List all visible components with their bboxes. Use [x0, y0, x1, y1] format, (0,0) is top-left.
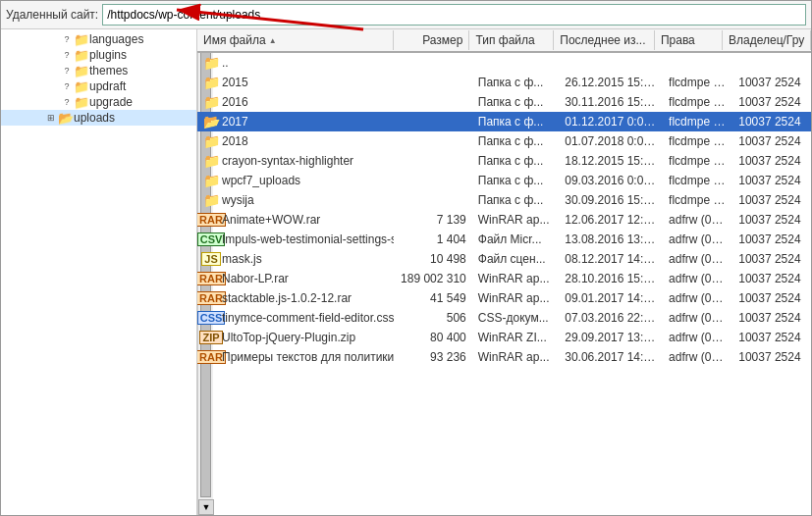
col-header-filename[interactable]: Имя файла ▲ — [197, 30, 394, 50]
cell-filename: 📁 2018 — [197, 133, 394, 149]
tree-item-languages[interactable]: ? 📁 languages — [1, 31, 196, 47]
tree-item-uploads[interactable]: ⊞ 📂 uploads — [1, 110, 196, 126]
expander-icon[interactable]: ⊞ — [44, 111, 58, 125]
table-row[interactable]: 📁 2015 Папка с ф... 26.12.2015 15:0... f… — [197, 73, 811, 92]
split-pane: ? 📁 languages ? 📁 plugins ? 📁 themes ? 📁 — [1, 29, 811, 515]
table-row[interactable]: 📂 2017 Папка с ф... 01.12.2017 0:00... f… — [197, 112, 811, 131]
cell-type: WinRAR ар... — [472, 349, 559, 365]
table-row[interactable]: 📁 wysija Папка с ф... 30.09.2016 15:0...… — [197, 190, 811, 210]
cell-type: WinRAR ар... — [472, 212, 559, 228]
table-row[interactable]: RAR Примеры текстов для политики конфиде… — [197, 347, 811, 367]
cell-type: Папка с ф... — [472, 114, 559, 129]
file-icon: 📁 — [203, 193, 219, 207]
cell-modified: 13.08.2016 13:4... — [559, 232, 663, 247]
folder-icon: 📁 — [74, 95, 89, 109]
cell-type: CSS-докум... — [472, 310, 559, 326]
cell-size: 7 139 — [394, 212, 472, 228]
cell-size: 93 236 — [394, 349, 472, 365]
file-icon: RAR — [203, 213, 219, 227]
col-header-size[interactable]: Размер — [394, 30, 469, 50]
cell-owner: 10037 2524 — [732, 114, 811, 129]
cell-type: WinRAR ар... — [472, 290, 559, 306]
cell-size: 189 002 310 — [394, 271, 472, 286]
table-row[interactable]: 📁 .. — [197, 53, 811, 73]
filename-text: 2018 — [222, 134, 248, 148]
table-row[interactable]: JS mask.js 10 498 Файл сцен... 08.12.201… — [197, 249, 811, 269]
cell-modified: 09.01.2017 14:5... — [559, 290, 663, 306]
cell-perms: adfrw (0644) — [663, 232, 732, 247]
cell-filename: JS mask.js — [197, 251, 394, 267]
expander-icon: ? — [60, 48, 74, 62]
cell-size: 10 498 — [394, 251, 472, 267]
file-icon: 📂 — [203, 115, 219, 129]
cell-size: 80 400 — [394, 330, 472, 345]
tree-item-label: upgrade — [89, 95, 133, 109]
cell-owner: 10037 2524 — [732, 349, 811, 365]
table-row[interactable]: 📁 2016 Папка с ф... 30.11.2016 15:0... f… — [197, 92, 811, 112]
folder-icon: 📁 — [74, 64, 89, 77]
col-header-modified[interactable]: Последнее из... — [554, 30, 655, 50]
filename-text: crayon-syntax-highlighter — [222, 154, 353, 168]
table-row[interactable]: 📁 crayon-syntax-highlighter Папка с ф...… — [197, 151, 811, 171]
cell-perms: adfrw (0644) — [663, 349, 732, 365]
cell-type: Файл Micr... — [472, 232, 559, 247]
cell-modified: 07.03.2016 22:0... — [559, 310, 663, 326]
cell-filename: 📁 2016 — [197, 94, 394, 110]
tree-panel[interactable]: ? 📁 languages ? 📁 plugins ? 📁 themes ? 📁 — [1, 29, 197, 515]
cell-owner: 10037 2524 — [732, 290, 811, 306]
tree-item-upgrade[interactable]: ? 📁 upgrade — [1, 94, 196, 110]
folder-open-icon: 📂 — [58, 111, 74, 125]
expander-icon: ? — [60, 79, 74, 93]
cell-filename: RAR stacktable.js-1.0.2-12.rar — [197, 290, 394, 306]
cell-type — [472, 62, 559, 64]
table-row[interactable]: RAR stacktable.js-1.0.2-12.rar 41 549 Wi… — [197, 288, 811, 308]
table-row[interactable]: 📁 wpcf7_uploads Папка с ф... 09.03.2016 … — [197, 171, 811, 190]
table-row[interactable]: ZIP UltoTop-jQuery-Plugin.zip 80 400 Win… — [197, 328, 811, 347]
cell-type: Папка с ф... — [472, 153, 559, 169]
cell-perms: adfrw (0644) — [663, 290, 732, 306]
table-row[interactable]: RAR Nabor-LP.rar 189 002 310 WinRAR ар..… — [197, 269, 811, 288]
cell-owner: 10037 2524 — [732, 212, 811, 228]
file-panel: Имя файла ▲ Размер Тип файла Последнее и… — [197, 29, 811, 515]
table-row[interactable]: CSV Impuls-web-testimonial-settings-set.… — [197, 230, 811, 249]
cell-owner: 10037 2524 — [732, 310, 811, 326]
cell-size — [394, 62, 472, 64]
cell-filename: 📁 wpcf7_uploads — [197, 173, 394, 188]
filename-text: Nabor-LP.rar — [222, 272, 289, 285]
col-header-owner[interactable]: Владелец/Гру — [723, 30, 811, 50]
file-icon: 📁 — [203, 134, 219, 148]
col-header-perms[interactable]: Права — [655, 30, 723, 50]
file-icon: ZIP — [203, 331, 219, 344]
tree-item-updraft[interactable]: ? 📁 updraft — [1, 78, 196, 94]
file-icon: 📁 — [203, 154, 219, 168]
tree-panel-wrapper: ? 📁 languages ? 📁 plugins ? 📁 themes ? 📁 — [1, 29, 197, 515]
expander-icon: ? — [60, 32, 74, 46]
filename-text: tinymce-comment-field-editor.css — [222, 311, 394, 325]
file-list[interactable]: 📁 .. 📁 2015 Папка с ф... 26.12.2015 15:0… — [197, 53, 811, 515]
cell-perms: adfrw (0644) — [663, 310, 732, 326]
cell-perms: flcdmpe (0... — [663, 133, 732, 149]
col-header-type[interactable]: Тип файла — [469, 30, 554, 50]
cell-owner: 10037 2524 — [732, 75, 811, 90]
table-row[interactable]: RAR Animate+WOW.rar 7 139 WinRAR ар... 1… — [197, 210, 811, 230]
cell-filename: CSS tinymce-comment-field-editor.css — [197, 310, 394, 326]
tree-item-themes[interactable]: ? 📁 themes — [1, 63, 196, 78]
address-input[interactable] — [102, 4, 806, 26]
cell-modified: 30.11.2016 15:0... — [559, 94, 663, 110]
table-row[interactable]: CSS tinymce-comment-field-editor.css 506… — [197, 308, 811, 328]
filename-text: 2016 — [222, 95, 248, 109]
expander-icon: ? — [60, 95, 74, 109]
cell-owner: 10037 2524 — [732, 94, 811, 110]
table-row[interactable]: 📁 2018 Папка с ф... 01.07.2018 0:00... f… — [197, 131, 811, 151]
cell-filename: ZIP UltoTop-jQuery-Plugin.zip — [197, 330, 394, 345]
cell-owner: 10037 2524 — [732, 232, 811, 247]
cell-filename: 📁 2015 — [197, 75, 394, 90]
tree-item-plugins[interactable]: ? 📁 plugins — [1, 47, 196, 63]
address-label: Удаленный сайт: — [6, 8, 98, 22]
file-icon: 📁 — [203, 174, 219, 187]
filename-text: mask.js — [222, 252, 262, 266]
cell-perms: adfrw (0644) — [663, 271, 732, 286]
cell-size — [394, 81, 472, 83]
cell-filename: 📁 .. — [197, 55, 394, 71]
cell-type: Папка с ф... — [472, 75, 559, 90]
